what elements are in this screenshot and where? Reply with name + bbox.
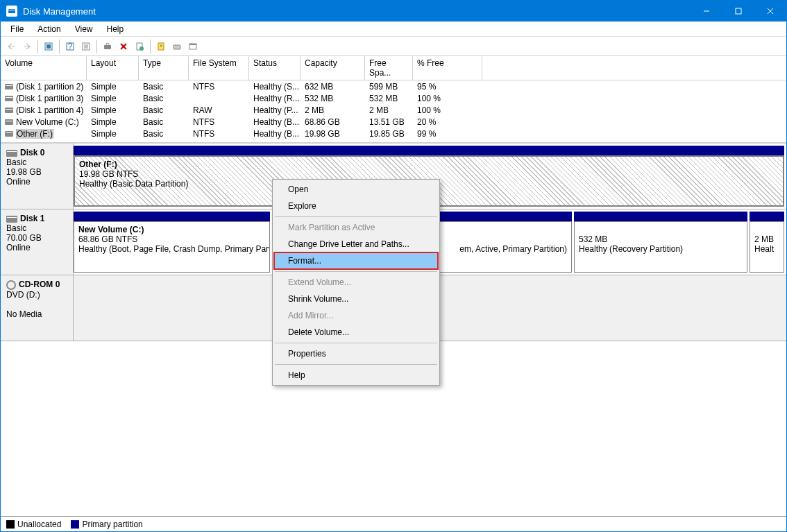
partition-status: Healt: [754, 244, 779, 254]
cell-free: 532 MB: [365, 94, 413, 103]
volume-icon: [5, 84, 13, 89]
partition-size: 532 MB: [579, 234, 743, 244]
col-volume[interactable]: Volume: [1, 56, 87, 80]
legend-unallocated: Unallocated: [6, 520, 61, 529]
help-icon[interactable]: ?: [62, 39, 78, 54]
disk-type: DVD (D:): [6, 290, 67, 300]
partition-status: Healthy (Recovery Partition): [579, 244, 743, 254]
properties-icon[interactable]: [132, 39, 147, 54]
menu-file[interactable]: File: [3, 23, 31, 35]
menu-action[interactable]: Action: [31, 23, 67, 35]
cell-fs: NTFS: [189, 117, 249, 127]
disk-label[interactable]: CD-ROM 0 DVD (D:) No Media: [1, 275, 74, 341]
col-layout[interactable]: Layout: [87, 56, 139, 80]
svg-text:?: ?: [68, 42, 73, 51]
ctx-delete-volume[interactable]: Delete Volume...: [274, 324, 438, 341]
delete-icon[interactable]: [116, 39, 131, 54]
cell-pct: 99 %: [413, 129, 482, 139]
disk-name: CD-ROM 0: [19, 280, 60, 289]
ctx-properties[interactable]: Properties: [274, 345, 438, 362]
table-row[interactable]: (Disk 1 partition 2) Simple Basic NTFS H…: [1, 80, 786, 92]
ctx-separator: [275, 271, 437, 272]
forward-button[interactable]: [19, 39, 35, 54]
ctx-extend-volume: Extend Volume...: [274, 274, 438, 291]
close-button[interactable]: [754, 1, 786, 22]
toolbar-separator: [59, 40, 60, 53]
cell-fs: NTFS: [189, 82, 249, 92]
volume-icon: [5, 108, 13, 113]
svg-rect-0: [8, 9, 15, 13]
titlebar: Disk Management: [1, 1, 786, 22]
ctx-shrink-volume[interactable]: Shrink Volume...: [274, 291, 438, 307]
partition-new-volume-c[interactable]: New Volume (C:) 68.86 GB NTFS Healthy (B…: [74, 212, 270, 273]
disk-label[interactable]: Disk 0 Basic 19.98 GB Online: [1, 144, 74, 209]
ctx-explore[interactable]: Explore: [274, 198, 438, 214]
ctx-format[interactable]: Format...: [273, 252, 439, 270]
svg-rect-1: [8, 10, 15, 10]
cell-fs: RAW: [189, 105, 249, 115]
menu-view[interactable]: View: [68, 23, 100, 35]
action-icon[interactable]: [153, 39, 169, 54]
partition-recovery[interactable]: 532 MB Healthy (Recovery Partition): [574, 212, 747, 273]
partition-header-bar: [574, 212, 747, 221]
svg-rect-3: [736, 8, 741, 14]
cell-fs: NTFS: [189, 129, 249, 139]
cell-pct: 95 %: [413, 82, 482, 92]
minimize-button[interactable]: [691, 1, 722, 22]
partition-size: 19.98 GB NTFS: [79, 169, 779, 179]
disk-status: Online: [6, 243, 67, 252]
col-capacity[interactable]: Capacity: [301, 56, 365, 80]
table-row[interactable]: Other (F:) Simple Basic NTFS Healthy (B.…: [1, 128, 786, 139]
settings-icon[interactable]: [41, 39, 56, 54]
table-row[interactable]: (Disk 1 partition 4) Simple Basic RAW He…: [1, 104, 786, 116]
partition-name: Other (F:): [79, 160, 779, 169]
partition-small[interactable]: 2 MB Healt: [750, 212, 784, 273]
ctx-separator: [275, 343, 437, 343]
partition-size: 68.86 GB NTFS: [78, 234, 265, 244]
disk-size: 70.00 GB: [6, 233, 67, 243]
volume-name: (Disk 1 partition 3): [16, 94, 83, 103]
partition-header-bar: [74, 146, 784, 155]
disk-label[interactable]: Disk 1 Basic 70.00 GB Online: [1, 209, 74, 275]
ctx-change-drive-letter[interactable]: Change Drive Letter and Paths...: [274, 236, 438, 252]
refresh-icon[interactable]: [100, 39, 115, 54]
table-row[interactable]: (Disk 1 partition 3) Simple Basic Health…: [1, 92, 786, 104]
col-freespace[interactable]: Free Spa...: [365, 56, 413, 80]
cell-pct: 100 %: [413, 94, 482, 103]
ctx-separator: [275, 216, 437, 217]
menu-help[interactable]: Help: [100, 23, 131, 35]
disk-type: Basic: [6, 157, 67, 167]
col-filesystem[interactable]: File System: [189, 56, 249, 80]
cell-capacity: 632 MB: [301, 82, 365, 92]
partition-header-bar: [750, 212, 784, 221]
disk-status: No Media: [6, 309, 67, 319]
cell-free: 599 MB: [365, 82, 413, 92]
ctx-help[interactable]: Help: [274, 367, 438, 384]
partition-status: Healthy (Boot, Page File, Crash Dump, Pr…: [78, 244, 265, 254]
legend: Unallocated Primary partition: [1, 516, 786, 531]
drive-icon[interactable]: [169, 39, 185, 54]
volumes-header: Volume Layout Type File System Status Ca…: [1, 56, 786, 80]
maximize-button[interactable]: [722, 1, 754, 22]
volume-name: (Disk 1 partition 4): [16, 105, 83, 115]
legend-label: Unallocated: [17, 520, 61, 529]
cell-layout: Simple: [87, 94, 139, 103]
svg-rect-7: [46, 44, 51, 49]
svg-rect-21: [174, 45, 180, 49]
col-status[interactable]: Status: [249, 56, 301, 80]
ctx-open[interactable]: Open: [274, 181, 438, 198]
window-icon[interactable]: [185, 39, 201, 54]
disk-name: Disk 0: [20, 148, 44, 157]
window-title: Disk Management: [23, 6, 691, 17]
col-type[interactable]: Type: [139, 56, 189, 80]
volume-name: (Disk 1 partition 2): [16, 82, 83, 92]
cell-status: Healthy (S...: [249, 82, 301, 92]
back-button[interactable]: [3, 39, 19, 54]
table-row[interactable]: New Volume (C:) Simple Basic NTFS Health…: [1, 116, 786, 128]
col-pctfree[interactable]: % Free: [413, 56, 482, 80]
cell-free: 13.51 GB: [365, 117, 413, 127]
ctx-add-mirror: Add Mirror...: [274, 307, 438, 324]
toolbar-separator: [37, 40, 38, 53]
list-icon[interactable]: [78, 39, 94, 54]
volumes-list: (Disk 1 partition 2) Simple Basic NTFS H…: [1, 80, 786, 139]
